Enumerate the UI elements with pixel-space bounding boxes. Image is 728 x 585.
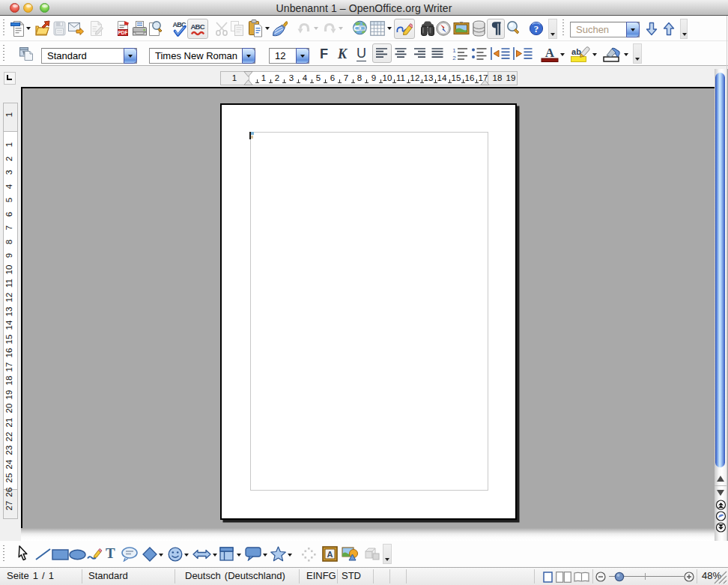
svg-text:ab: ab: [571, 47, 581, 56]
svg-text:?: ?: [534, 23, 539, 34]
svg-text:PDF: PDF: [118, 30, 128, 35]
svg-text:ABC: ABC: [191, 22, 205, 31]
svg-text:A: A: [327, 550, 333, 559]
svg-text:2: 2: [452, 55, 456, 61]
svg-text:A: A: [545, 46, 555, 60]
svg-text:1: 1: [452, 47, 456, 54]
